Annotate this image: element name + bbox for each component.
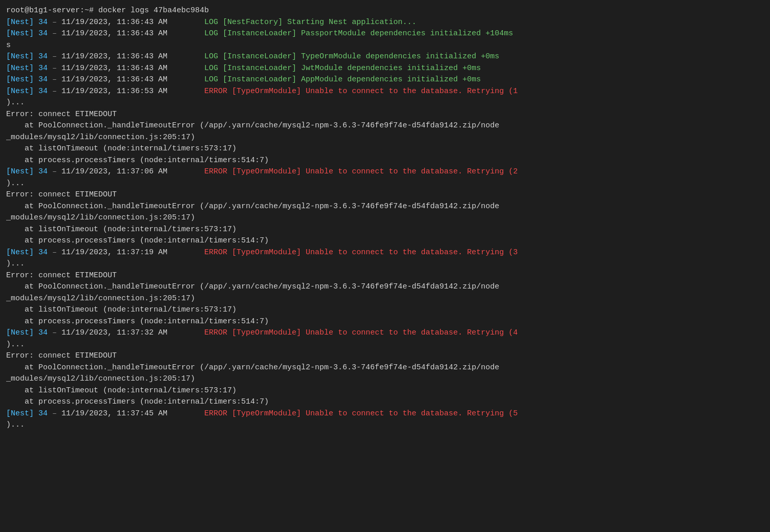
terminal-line: )... xyxy=(6,339,764,351)
terminal-line: [Nest] 34 – 11/19/2023, 11:36:43 AM LOG … xyxy=(6,17,764,29)
terminal-line: [Nest] 34 – 11/19/2023, 11:36:43 AM LOG … xyxy=(6,63,764,75)
terminal: root@b1g1-server:~# docker logs 47ba4ebc… xyxy=(0,0,770,532)
terminal-line: at PoolConnection._handleTimeoutError (/… xyxy=(6,281,764,293)
terminal-line: )... xyxy=(6,178,764,190)
terminal-line: [Nest] 34 – 11/19/2023, 11:36:43 AM LOG … xyxy=(6,51,764,63)
terminal-line: [Nest] 34 – 11/19/2023, 11:37:19 AM ERRO… xyxy=(6,247,764,259)
terminal-line: )... xyxy=(6,419,764,431)
terminal-line: at process.processTimers (node:internal/… xyxy=(6,235,764,247)
terminal-line: at process.processTimers (node:internal/… xyxy=(6,396,764,408)
terminal-line: [Nest] 34 – 11/19/2023, 11:37:06 AM ERRO… xyxy=(6,166,764,178)
terminal-line: [Nest] 34 – 11/19/2023, 11:36:43 AM LOG … xyxy=(6,74,764,86)
terminal-line: Error: connect ETIMEDOUT xyxy=(6,189,764,201)
terminal-line: [Nest] 34 – 11/19/2023, 11:36:53 AM ERRO… xyxy=(6,86,764,98)
terminal-line: Error: connect ETIMEDOUT xyxy=(6,270,764,282)
terminal-line: _modules/mysql2/lib/connection.js:205:17… xyxy=(6,293,764,305)
terminal-line: )... xyxy=(6,97,764,109)
terminal-line: at listOnTimeout (node:internal/timers:5… xyxy=(6,143,764,155)
terminal-line: at listOnTimeout (node:internal/timers:5… xyxy=(6,304,764,316)
terminal-line: at process.processTimers (node:internal/… xyxy=(6,316,764,328)
terminal-line: [Nest] 34 – 11/19/2023, 11:37:32 AM ERRO… xyxy=(6,327,764,339)
terminal-line: s xyxy=(6,40,764,52)
terminal-line: _modules/mysql2/lib/connection.js:205:17… xyxy=(6,212,764,224)
terminal-line: [Nest] 34 – 11/19/2023, 11:36:43 AM LOG … xyxy=(6,28,764,40)
terminal-line: at PoolConnection._handleTimeoutError (/… xyxy=(6,362,764,374)
terminal-line: at process.processTimers (node:internal/… xyxy=(6,155,764,167)
terminal-line: Error: connect ETIMEDOUT xyxy=(6,350,764,362)
terminal-line: at PoolConnection._handleTimeoutError (/… xyxy=(6,120,764,132)
terminal-line: _modules/mysql2/lib/connection.js:205:17… xyxy=(6,132,764,144)
terminal-line: _modules/mysql2/lib/connection.js:205:17… xyxy=(6,373,764,385)
terminal-line: )... xyxy=(6,258,764,270)
terminal-line: at PoolConnection._handleTimeoutError (/… xyxy=(6,201,764,213)
terminal-line: at listOnTimeout (node:internal/timers:5… xyxy=(6,224,764,236)
terminal-line: root@b1g1-server:~# docker logs 47ba4ebc… xyxy=(6,5,764,17)
terminal-line: Error: connect ETIMEDOUT xyxy=(6,109,764,121)
terminal-line: [Nest] 34 – 11/19/2023, 11:37:45 AM ERRO… xyxy=(6,408,764,420)
terminal-line: at listOnTimeout (node:internal/timers:5… xyxy=(6,385,764,397)
